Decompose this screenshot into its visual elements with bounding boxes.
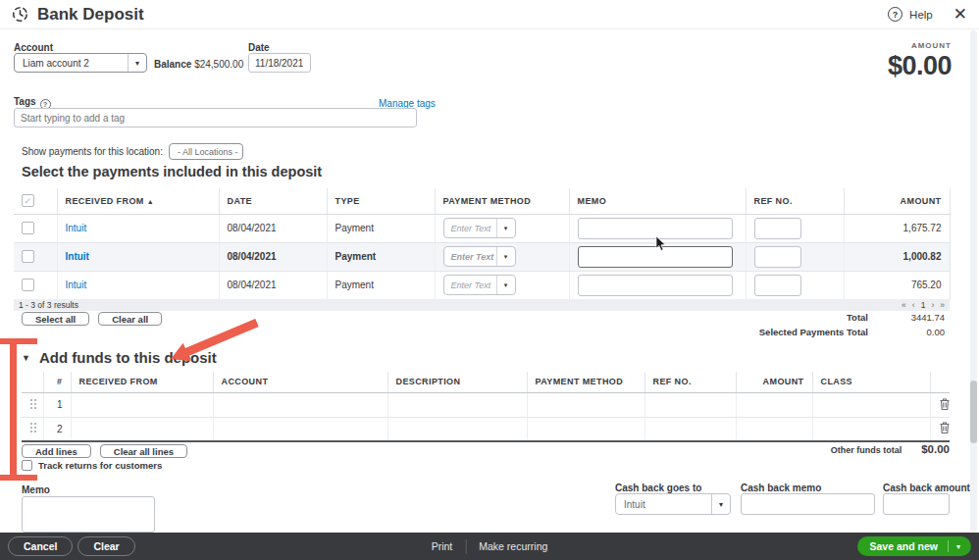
vertical-scrollbar[interactable] bbox=[970, 30, 977, 533]
cancel-button[interactable]: Cancel bbox=[8, 536, 73, 556]
memo-input[interactable] bbox=[578, 275, 733, 296]
col-class: CLASS bbox=[812, 372, 930, 392]
make-recurring-link[interactable]: Make recurring bbox=[479, 540, 547, 552]
page-last-icon[interactable]: » bbox=[940, 300, 945, 310]
chevron-down-icon: ▾ bbox=[496, 219, 515, 237]
account-cell[interactable] bbox=[213, 392, 387, 417]
clear-all-lines-button[interactable]: Clear all lines bbox=[100, 444, 187, 458]
class-cell[interactable] bbox=[812, 392, 930, 417]
ref-no-input[interactable] bbox=[754, 246, 801, 268]
select-all-checkbox[interactable]: ✓ bbox=[22, 194, 34, 207]
add-funds-row: 2 bbox=[22, 417, 950, 441]
amount-value: $0.00 bbox=[888, 51, 952, 81]
received-from-link[interactable]: Intuit bbox=[66, 251, 89, 262]
add-lines-button[interactable]: Add lines bbox=[22, 444, 91, 458]
amount-cell[interactable] bbox=[736, 417, 812, 441]
cash-back-amount-input[interactable] bbox=[883, 493, 950, 515]
cash-back-goes-to-value: Intuit bbox=[616, 494, 711, 514]
help-icon[interactable]: ? bbox=[888, 7, 902, 22]
mouse-cursor-icon bbox=[655, 236, 667, 252]
tags-input[interactable] bbox=[14, 108, 417, 127]
account-cell[interactable] bbox=[213, 417, 387, 441]
received-from-link[interactable]: Intuit bbox=[66, 223, 87, 233]
track-returns-checkbox[interactable] bbox=[22, 460, 32, 471]
amount-cell[interactable] bbox=[736, 392, 812, 417]
col-amount[interactable]: AMOUNT bbox=[844, 188, 950, 214]
col-ref-no[interactable]: REF NO. bbox=[746, 188, 844, 214]
payment-method-cell[interactable] bbox=[527, 392, 644, 417]
row-checkbox[interactable] bbox=[22, 222, 34, 234]
ref-no-cell[interactable] bbox=[644, 417, 736, 441]
page-next-icon[interactable]: › bbox=[931, 300, 934, 310]
annotation-bracket-bottom bbox=[0, 475, 37, 481]
date-field[interactable] bbox=[248, 53, 311, 73]
track-returns-label: Track returns for customers bbox=[38, 460, 162, 471]
payment-row: Intuit 08/04/2021 Payment Enter Text▾ 1,… bbox=[14, 242, 950, 271]
page-first-icon[interactable]: « bbox=[902, 300, 906, 310]
total-value: 3441.74 bbox=[868, 312, 945, 323]
drag-handle-icon[interactable] bbox=[29, 398, 37, 410]
payment-amount: 1,000.82 bbox=[844, 242, 950, 271]
payment-method-combo[interactable]: Enter Text▾ bbox=[443, 218, 516, 238]
annotation-arrow-icon bbox=[149, 318, 265, 367]
trash-icon[interactable] bbox=[939, 421, 951, 434]
amount-label: AMOUNT bbox=[888, 41, 952, 50]
account-select-value: Liam account 2 bbox=[15, 54, 128, 72]
payment-date: 08/04/2021 bbox=[219, 214, 327, 242]
ref-no-input[interactable] bbox=[754, 275, 801, 296]
ref-no-input[interactable] bbox=[754, 218, 801, 239]
chevron-down-icon: ▾ bbox=[711, 494, 730, 514]
other-funds-label: Other funds total bbox=[831, 445, 902, 455]
close-icon[interactable]: ✕ bbox=[953, 6, 967, 23]
annotation-bracket-top bbox=[0, 338, 37, 344]
balance-value: $24,500.00 bbox=[194, 59, 243, 70]
col-received-from[interactable]: RECEIVED FROM ▲ bbox=[57, 188, 219, 214]
balance-line: Balance $24,500.00 bbox=[154, 59, 243, 70]
description-cell[interactable] bbox=[387, 392, 527, 417]
cash-back-memo-input[interactable] bbox=[741, 493, 875, 515]
scrollbar-thumb[interactable] bbox=[970, 381, 977, 443]
trash-icon[interactable] bbox=[939, 397, 951, 411]
cash-back-goes-to-select[interactable]: Intuit ▾ bbox=[615, 493, 731, 515]
selected-total-label: Selected Payments Total bbox=[759, 327, 868, 337]
help-link[interactable]: Help bbox=[909, 9, 933, 21]
collapse-caret-icon[interactable]: ▼ bbox=[22, 353, 30, 363]
received-from-cell[interactable] bbox=[71, 392, 213, 417]
class-cell[interactable] bbox=[812, 417, 930, 441]
payment-method-combo[interactable]: Enter Text▾ bbox=[443, 275, 516, 295]
save-and-new-button[interactable]: Save and new ▾ bbox=[857, 536, 971, 556]
results-text: 1 - 3 of 3 results bbox=[19, 300, 78, 310]
col-description: DESCRIPTION bbox=[387, 372, 527, 392]
payment-amount: 765.20 bbox=[844, 271, 950, 299]
account-select[interactable]: Liam account 2 ▾ bbox=[14, 53, 147, 73]
print-link[interactable]: Print bbox=[432, 540, 453, 552]
row-checkbox[interactable] bbox=[22, 279, 34, 291]
payment-method-combo[interactable]: Enter Text▾ bbox=[443, 246, 516, 267]
amount-summary: AMOUNT $0.00 bbox=[888, 41, 952, 81]
add-funds-header-row: # RECEIVED FROM ACCOUNT DESCRIPTION PAYM… bbox=[22, 372, 950, 392]
received-from-cell[interactable] bbox=[71, 417, 213, 441]
received-from-link[interactable]: Intuit bbox=[66, 280, 87, 290]
select-all-button[interactable]: Select all bbox=[22, 312, 89, 326]
ref-no-cell[interactable] bbox=[644, 392, 736, 417]
description-cell[interactable] bbox=[387, 417, 527, 441]
page-number[interactable]: 1 bbox=[921, 300, 926, 310]
col-ref-no: REF NO. bbox=[644, 372, 736, 392]
col-type[interactable]: TYPE bbox=[327, 188, 435, 214]
col-account: ACCOUNT bbox=[213, 372, 387, 392]
col-memo[interactable]: MEMO bbox=[569, 188, 746, 214]
bank-deposit-icon bbox=[12, 6, 28, 23]
chevron-down-icon[interactable]: ▾ bbox=[949, 542, 971, 551]
drag-handle-icon[interactable] bbox=[29, 422, 37, 433]
add-funds-row: 1 bbox=[22, 392, 950, 417]
cash-back-goes-to-label: Cash back goes to bbox=[615, 483, 701, 493]
location-select[interactable]: - All Locations - ▾ bbox=[169, 143, 243, 160]
page-prev-icon[interactable]: ‹ bbox=[912, 300, 915, 310]
clear-button[interactable]: Clear bbox=[77, 536, 134, 556]
col-date[interactable]: DATE bbox=[219, 188, 327, 214]
col-payment-method[interactable]: PAYMENT METHOD bbox=[435, 188, 569, 214]
payment-type: Payment bbox=[327, 214, 435, 242]
account-label: Account bbox=[14, 42, 53, 53]
payment-method-cell[interactable] bbox=[527, 417, 644, 441]
row-checkbox[interactable] bbox=[22, 250, 34, 263]
